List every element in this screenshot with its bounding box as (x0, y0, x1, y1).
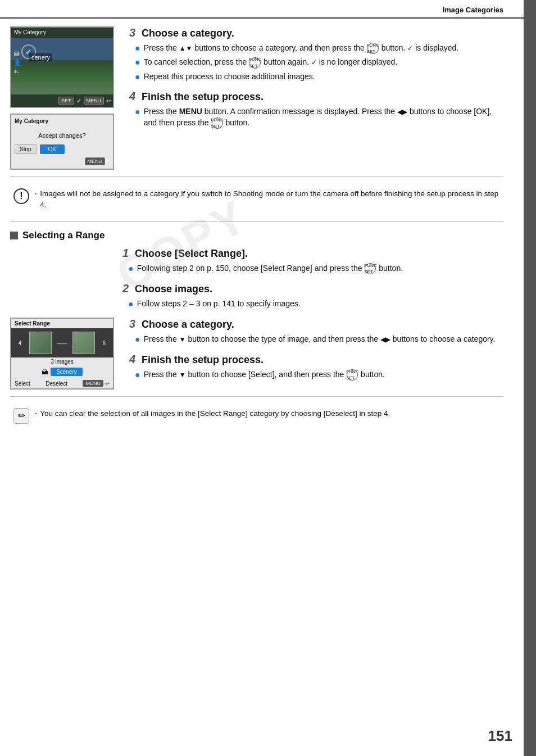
step3-bullet1-text: Press the ▲▼ buttons to choose a categor… (144, 43, 459, 54)
sr-img-right (72, 332, 95, 354)
sr-step2-title: Choose images. (135, 283, 212, 295)
sr-category-label: Scenery (51, 368, 83, 376)
note2-dot: • (35, 410, 37, 418)
sr-img-left (29, 332, 52, 354)
step3-title: Choose a category. (142, 28, 234, 39)
note2-content: • You can clear the selection of all ima… (35, 408, 390, 419)
page-number: 151 (488, 727, 512, 745)
page-header: Image Categories (0, 0, 524, 19)
dialog-back-arrow: ↩ (105, 157, 110, 165)
icons-left: 🏔 👤 4L (13, 50, 21, 74)
icon-4l: 4L (13, 69, 21, 74)
arrow-lr2: ◀▶ (380, 336, 390, 343)
stop-button[interactable]: Stop (15, 144, 37, 154)
step3-header: 3 Choose a category. (129, 26, 503, 39)
section2-row: Select Range 4 — 6 3 images 🏔 Scenery Se… (10, 318, 503, 390)
sr-step2-num: 2 (122, 282, 131, 295)
sr-step2-bullets: ● Follow steps 2 – 3 on p. 141 to specif… (122, 298, 503, 310)
sr-menu-btn: MENU (83, 380, 103, 387)
sr-category-row: 🏔 Scenery (11, 366, 113, 378)
menu-button-label: MENU (84, 97, 105, 105)
icon-person: 👤 (13, 59, 21, 66)
sr-bottom: Select Deselect MENU ↩ (11, 378, 113, 388)
divider1 (10, 176, 503, 177)
pencil-icon: ✏ (13, 408, 29, 424)
sr-images-row: 4 — 6 (11, 328, 113, 357)
selecting-range-title: Selecting a Range (22, 230, 105, 241)
sr-count: 3 images (11, 357, 113, 366)
note2-box: ✏ • You can clear the selection of all i… (10, 404, 503, 428)
sr-step4-title: Finish the setup process. (142, 354, 264, 366)
section-icon (10, 232, 18, 239)
check-label: ✓ (76, 97, 81, 105)
dialog-screen: My Category Accept changes? Stop OK MENU… (10, 114, 114, 170)
bullet-dot: ● (135, 369, 140, 380)
mountain-icon: 🏔 (42, 368, 48, 376)
divider2 (10, 221, 503, 222)
sr-step3-header: 3 Choose a category. (129, 318, 503, 331)
sr-step4-bullet1: ● Press the ▼ button to choose [Select],… (135, 369, 503, 381)
sr-step3-title: Choose a category. (142, 319, 234, 331)
sr-select-label[interactable]: Select (15, 381, 30, 387)
ok-button[interactable]: OK (40, 144, 65, 154)
sr-step3-bullet1-text: Press the ▼ button to choose the type of… (144, 334, 496, 345)
step4-bullet1-text: Press the MENU button. A confirmation me… (144, 106, 503, 129)
divider3 (10, 396, 503, 397)
step3-bullet2: ● To cancel selection, press the FUNCSET… (135, 57, 503, 68)
select-range-col: Select Range 4 — 6 3 images 🏔 Scenery Se… (10, 318, 117, 390)
set-button-label: SET (58, 97, 74, 105)
note2-text: You can clear the selection of all image… (40, 408, 390, 419)
step3-num: 3 (129, 26, 138, 39)
camera-bottom-bar: SET ✓ MENU ↩ (13, 97, 111, 105)
bullet-dot: ● (135, 57, 140, 67)
sr-step1-num: 1 (122, 247, 131, 260)
sr-step2-bullet1-text: Follow steps 2 – 3 on p. 141 to specify … (137, 298, 301, 310)
note1-dot: • (35, 191, 37, 198)
func-set-btn5: FUNCSET (347, 369, 358, 381)
step3-bullet2-text: To cancel selection, press the FUNCSET b… (144, 57, 398, 68)
step4-bullets: ● Press the MENU button. A confirmation … (129, 106, 503, 129)
camera-screen-label: My Category (11, 28, 49, 37)
sr-steps-col: 3 Choose a category. ● Press the ▼ butto… (129, 318, 503, 390)
sr-screen-title: Select Range (11, 319, 113, 328)
note1-text: Images will not be assigned to a categor… (40, 188, 500, 210)
check-mark2: ✓ (311, 58, 317, 66)
sr-arrow: — (57, 337, 67, 349)
bullet-dot: ● (135, 43, 140, 53)
main-content: My Category ✓ cenery 🏔 👤 4L SET ✓ (0, 19, 524, 436)
header-title: Image Categories (443, 6, 503, 14)
bullet-dot: ● (128, 298, 134, 309)
func-set-btn2: FUNCSET (249, 57, 261, 69)
sr-step2-bullet1: ● Follow steps 2 – 3 on p. 141 to specif… (128, 298, 503, 310)
bullet-dot: ● (135, 106, 140, 117)
sr-step2-header: 2 Choose images. (122, 282, 503, 295)
sr-num-right: 6 (101, 339, 108, 347)
step4-title: Finish the setup process. (142, 91, 264, 103)
step4-num: 4 (129, 90, 138, 103)
scenery-text: cenery (29, 53, 52, 61)
sr-bottom-right: MENU ↩ (83, 380, 110, 387)
bullet-dot: ● (128, 263, 134, 274)
dialog-menu-btn: MENU (85, 157, 106, 165)
selecting-range-heading: Selecting a Range (10, 230, 503, 241)
step3-bullet1: ● Press the ▲▼ buttons to choose a categ… (135, 43, 503, 54)
sr-deselect-label[interactable]: Deselect (46, 381, 67, 387)
step3-bullets: ● Press the ▲▼ buttons to choose a categ… (129, 43, 503, 82)
sr-step4-bullet1-text: Press the ▼ button to choose [Select], a… (144, 369, 385, 381)
note-icon: ! (13, 188, 29, 204)
sr-num-left: 4 (16, 339, 24, 347)
images-column: My Category ✓ cenery 🏔 👤 4L SET ✓ (10, 26, 117, 170)
select-range-screen: Select Range 4 — 6 3 images 🏔 Scenery Se… (10, 318, 114, 390)
dialog-title: My Category (15, 118, 110, 124)
section1-row: My Category ✓ cenery 🏔 👤 4L SET ✓ (10, 26, 503, 170)
func-set-btn4: FUNCSET (365, 263, 376, 274)
sr-step4-num: 4 (129, 353, 138, 366)
icon-mountain: 🏔 (13, 50, 21, 57)
step4-bullet1: ● Press the MENU button. A confirmation … (135, 106, 503, 129)
sr-step1-title: Choose [Select Range]. (135, 248, 248, 260)
menu-text-inline: MENU (179, 107, 202, 116)
back-arrow: ↩ (106, 98, 111, 104)
bullet-dot: ● (135, 71, 140, 82)
note1-bullet: • Images will not be assigned to a categ… (35, 188, 500, 210)
sr-step1-header: 1 Choose [Select Range]. (122, 247, 503, 260)
